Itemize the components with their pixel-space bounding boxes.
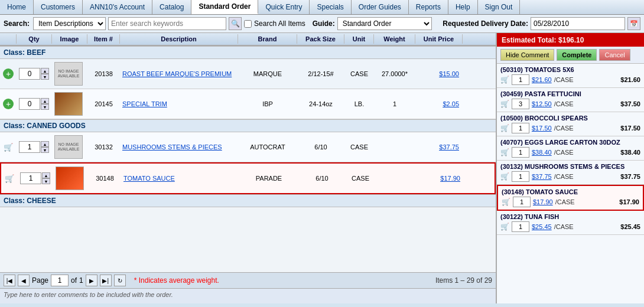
page-number-input[interactable] (51, 275, 69, 286)
search-type-dropdown[interactable]: Item Descriptions (33, 17, 106, 30)
col-unit[interactable]: Unit (344, 34, 374, 44)
qty-group: ▲ ▼ (19, 98, 50, 110)
price-link[interactable]: $15.00 (439, 70, 459, 77)
qty-down-button[interactable]: ▼ (41, 74, 49, 80)
pack-size-cell: 6/10 (297, 143, 344, 151)
cart-item-price-link[interactable]: $21.60 (532, 76, 552, 83)
description-link[interactable]: ROAST BEEF MARQUE'S PREMIUM (122, 70, 232, 77)
cart-item-qty-input[interactable] (512, 221, 529, 232)
qty-up-button[interactable]: ▲ (41, 68, 49, 74)
nav-tab-catalog[interactable]: Catalog (152, 0, 191, 14)
description-link[interactable]: MUSHROOMS STEMS & PIECES (122, 143, 222, 151)
qty-input[interactable] (20, 172, 41, 184)
nav-tab-home[interactable]: Home (0, 0, 34, 14)
nav-tab-customers[interactable]: Customers (34, 0, 83, 14)
cart-icon-small: 🛒 (500, 124, 509, 132)
cart-items-list: (50310) TOMATOES 5X6 🛒 $21.60 /CASE $21.… (497, 64, 644, 303)
price-link[interactable]: $37.75 (439, 143, 459, 151)
qty-up-button[interactable]: ▲ (41, 141, 49, 147)
cart-item-qty-input[interactable] (512, 74, 529, 85)
search-button[interactable]: 🔍 (229, 17, 242, 30)
cart-item-qty-input[interactable] (512, 147, 529, 158)
search-input[interactable] (108, 17, 226, 30)
cart-icon-small: 🛒 (502, 198, 510, 206)
col-actions (0, 34, 17, 44)
delivery-date-input[interactable] (531, 17, 625, 30)
cart-item-name: (40707) EGGS LARGE CARTON 30DOZ (500, 139, 640, 146)
qty-down-button[interactable]: ▼ (41, 147, 49, 153)
comments-bar[interactable]: Type here to enter comments to be includ… (0, 288, 496, 303)
page-prev-button[interactable]: ◀ (18, 275, 30, 286)
search-bar: Search: Item Descriptions 🔍 Search All I… (0, 15, 644, 33)
col-unit-price[interactable]: Unit Price (415, 34, 463, 44)
item-num-cell: 30148 (89, 174, 121, 182)
nav-tab-order-guides[interactable]: Order Guides (352, 0, 409, 14)
qty-up-button[interactable]: ▲ (42, 172, 50, 178)
cart-item-price-link[interactable]: $17.90 (533, 198, 553, 205)
nav-tab-account[interactable]: ANN10's Account (83, 0, 152, 14)
nav-tab-specials[interactable]: Specials (310, 0, 351, 14)
hide-comment-button[interactable]: Hide Comment (500, 49, 554, 61)
no-image-placeholder: NO IMAGE AVAILABLE (54, 62, 83, 86)
col-brand[interactable]: Brand (238, 34, 297, 44)
cart-item-price-link[interactable]: $37.75 (532, 173, 552, 180)
item-num-cell: 20138 (87, 70, 120, 78)
qty-spinner: ▲ ▼ (41, 141, 49, 153)
qty-input[interactable] (19, 98, 40, 110)
cart-item-qty-input[interactable] (512, 99, 529, 109)
calendar-icon[interactable]: 📅 (627, 17, 640, 30)
cart-item-details: 🛒 $38.40 /CASE $38.40 (500, 147, 640, 158)
col-pack-size[interactable]: Pack Size (297, 34, 344, 44)
page-next-button[interactable]: ▶ (86, 275, 97, 286)
cart-cell: 🛒 (0, 141, 17, 153)
add-to-cart-icon[interactable]: + (3, 68, 14, 79)
nav-tab-sign-out[interactable]: Sign Out (478, 0, 521, 14)
cart-item: (30148) TOMATO SAUCE 🛒 $17.90 /CASE $17.… (497, 185, 644, 211)
qty-down-button[interactable]: ▼ (41, 104, 49, 110)
cart-icon[interactable]: 🛒 (4, 173, 15, 184)
col-weight[interactable]: Weight (374, 34, 415, 44)
pagination: |◀ ◀ Page of 1 ▶ ▶| ↻ * Indicates averag… (0, 272, 496, 288)
class-beef: Class: BEEF (0, 46, 496, 59)
search-label: Search: (4, 19, 30, 28)
cart-item-price-link[interactable]: $25.45 (532, 223, 552, 230)
qty-up-button[interactable]: ▲ (41, 98, 49, 104)
items-info: Items 1 – 29 of 29 (435, 276, 492, 285)
cart-item-details: 🛒 $17.50 /CASE $17.50 (500, 123, 640, 133)
price-link[interactable]: $17.90 (440, 175, 460, 182)
cart-item-total: $25.45 (620, 223, 640, 230)
qty-input[interactable] (19, 141, 40, 153)
page-first-button[interactable]: |◀ (4, 275, 15, 286)
cancel-button[interactable]: Cancel (599, 49, 630, 61)
nav-tab-standard-order[interactable]: Standard Order (191, 0, 258, 14)
price-link[interactable]: $2.05 (443, 100, 459, 107)
col-qty[interactable]: Qty (17, 34, 52, 44)
cart-item-price-link[interactable]: $12.50 (532, 100, 552, 107)
nav-tab-quick-entry[interactable]: Quick Entry (258, 0, 310, 14)
cart-item-price-link[interactable]: $38.40 (532, 149, 552, 156)
description-link[interactable]: SPECIAL TRIM (122, 100, 167, 107)
cart-item-qty-input[interactable] (512, 171, 529, 182)
cart-item-unit: /CASE (554, 125, 574, 132)
description-cell: MUSHROOMS STEMS & PIECES (120, 143, 238, 151)
qty-input[interactable] (19, 68, 40, 80)
price-cell: $2.05 (415, 100, 463, 107)
cart-item-price-link[interactable]: $17.50 (532, 125, 552, 132)
nav-tab-reports[interactable]: Reports (409, 0, 448, 14)
add-to-cart-icon[interactable]: + (3, 99, 14, 109)
nav-tab-help[interactable]: Help (448, 0, 478, 14)
col-description[interactable]: Description (120, 34, 238, 44)
cart-icon[interactable]: 🛒 (3, 142, 14, 152)
description-cell: TOMATO SAUCE (121, 174, 239, 182)
qty-down-button[interactable]: ▼ (42, 178, 50, 184)
guide-dropdown[interactable]: Standard Order (337, 17, 432, 30)
search-all-items-checkbox[interactable] (244, 20, 252, 28)
cart-item-qty-input[interactable] (512, 123, 529, 133)
description-link[interactable]: TOMATO SAUCE (123, 175, 175, 182)
weight-cell (375, 178, 417, 179)
complete-button[interactable]: Complete (557, 49, 597, 61)
page-refresh-button[interactable]: ↻ (114, 275, 126, 286)
cart-item-qty-input[interactable] (513, 197, 531, 207)
col-item-num[interactable]: Item # (87, 34, 120, 44)
page-last-button[interactable]: ▶| (100, 275, 112, 286)
